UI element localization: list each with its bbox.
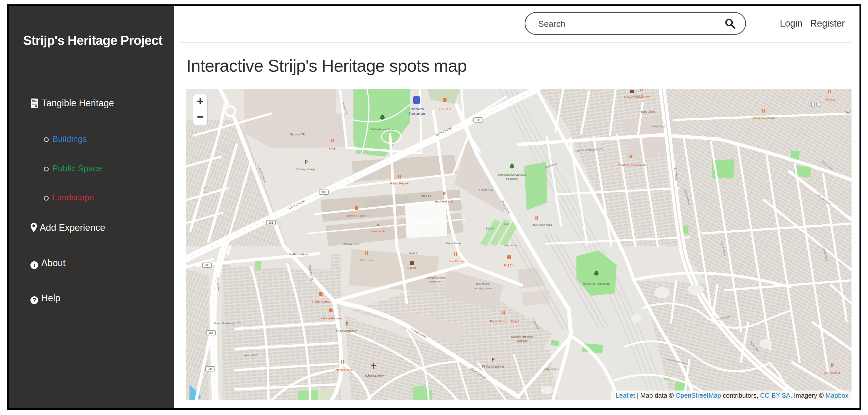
svg-text:P: P	[345, 322, 348, 327]
svg-text:Security Systems: Security Systems	[474, 287, 492, 290]
svg-text:Veldnd atletiekvereniging: Veldnd atletiekvereniging	[498, 173, 526, 176]
svg-text:P: P	[492, 357, 495, 362]
svg-text:Eindhoven: Eindhoven	[516, 339, 528, 342]
svg-text:P5 Strijps Bultje: P5 Strijps Bultje	[296, 168, 315, 171]
svg-text:Peking: Peking	[826, 98, 835, 101]
svg-text:De Rijstpakhuis: De Rijstpakhuis	[289, 253, 309, 256]
svg-text:PSVrouwe Gordena: PSVrouwe Gordena	[425, 276, 445, 279]
svg-text:Eindhoven: Eindhoven	[409, 107, 424, 111]
svg-text:Intelligentia: Intelligentia	[371, 230, 386, 233]
svg-text:Royal HaskoningDHV: Royal HaskoningDHV	[214, 322, 242, 325]
svg-text:Dreef Thee: Dreef Thee	[438, 108, 452, 111]
svg-text:Scheidstoekerk: Scheidstoekerk	[365, 374, 384, 377]
svg-text:Gebouw TR: Gebouw TR	[290, 133, 305, 136]
svg-text:BMW Philips: BMW Philips	[544, 368, 559, 370]
svg-text:Blok 54: Blok 54	[486, 227, 494, 230]
svg-text:HalloWereione: HalloWereione	[343, 243, 360, 245]
svg-text:De Asperger: De Asperger	[824, 371, 840, 374]
svg-text:Seul Kitchen: Seul Kitchen	[448, 260, 465, 263]
svg-text:P5 Kastanjehoven: P5 Kastanjehoven	[336, 330, 357, 332]
svg-text:Blok43-a: Blok43-a	[504, 264, 515, 267]
svg-text:P6 Kastanjepleintje: P6 Kastanjepleintje	[482, 365, 504, 368]
svg-text:Bagel & Juice: Bagel & Juice	[347, 214, 366, 218]
svg-text:Cafetaria Lietje: Cafetaria Lietje	[334, 368, 353, 372]
svg-text:Spakes Gitaarshop: Spakes Gitaarshop	[511, 335, 533, 338]
svg-text:988: 988	[205, 264, 209, 267]
svg-text:NatLab: NatLab	[407, 266, 416, 269]
svg-text:Cornerhouse: Cornerhouse	[312, 300, 330, 304]
svg-text:988: 988	[321, 190, 326, 194]
svg-text:Area 51: Area 51	[421, 194, 431, 197]
svg-text:Shaky: Shaky	[502, 223, 510, 226]
svg-text:IJzerl...: IJzerl...	[845, 111, 851, 114]
svg-text:988: 988	[208, 367, 212, 370]
svg-text:981: 981	[476, 118, 480, 121]
svg-text:Beukenlaan: Beukenlaan	[408, 112, 425, 116]
svg-text:Snackbar De Lintbeek: Snackbar De Lintbeek	[618, 163, 646, 166]
svg-text:988: 988	[209, 331, 213, 334]
svg-text:Baby-Dump: Baby-Dump	[641, 110, 655, 113]
svg-text:I: I	[204, 186, 205, 189]
svg-text:Health City: Health City	[479, 188, 493, 191]
svg-text:Ons ze kant: Ons ze kant	[504, 244, 517, 247]
svg-text:981: 981	[814, 103, 818, 106]
svg-text:Het Ketel Huis: Het Ketel Huis	[435, 200, 454, 203]
svg-text:Blue Collar Hotel: Blue Collar Hotel	[532, 224, 552, 226]
svg-text:Regan Motors - Strijp S: Regan Motors - Strijp S	[490, 320, 520, 323]
svg-text:Babydump: Babydump	[651, 125, 665, 128]
svg-text:S-West: S-West	[409, 252, 417, 255]
svg-text:Lindebeek: Lindebeek	[506, 177, 518, 180]
svg-text:Trudo Toren: Trudo Toren	[446, 242, 461, 245]
svg-text:Wielakkerplantsoen: Wielakkerplantsoen	[370, 128, 395, 131]
svg-text:PortlandEindhoven: PortlandEindhoven	[624, 96, 644, 98]
svg-text:architectuur: architectuur	[429, 280, 441, 283]
svg-text:Sint Lucas: Sint Lucas	[360, 259, 374, 262]
svg-text:SpeelLinePhilipsdorp: SpeelLinePhilipsdorp	[583, 283, 610, 286]
svg-text:nes: nes	[204, 191, 208, 194]
svg-text:BHV Beach: BHV Beach	[476, 283, 490, 286]
svg-text:P: P	[305, 160, 308, 165]
svg-text:Hygih: Hygih	[329, 147, 336, 150]
svg-text:Kurkin Kastanjelaan: Kurkin Kastanjelaan	[752, 116, 775, 119]
svg-text:988: 988	[269, 221, 273, 224]
svg-text:ExkluzivRamexa: ExkluzivRamexa	[321, 317, 342, 320]
svg-text:Radio Royaal: Radio Royaal	[390, 182, 409, 185]
